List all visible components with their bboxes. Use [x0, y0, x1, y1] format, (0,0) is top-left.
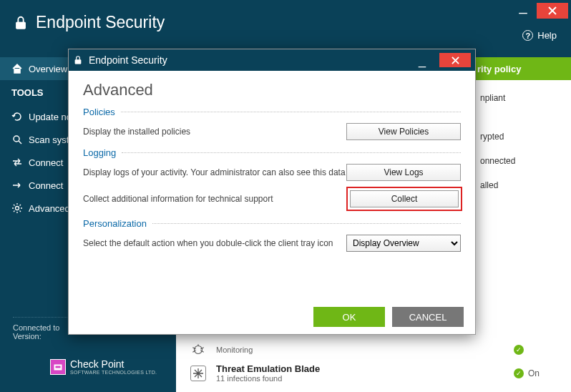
snowflake-icon [190, 366, 206, 381]
view-logs-button[interactable]: View Logs [346, 164, 461, 181]
sidebar-item-connect2[interactable]: Connect [0, 174, 79, 197]
minimize-button[interactable]: _ [514, 3, 532, 16]
right-item: rypted [474, 124, 571, 149]
svg-point-1 [14, 136, 19, 142]
arrow-icon [11, 180, 23, 191]
svg-rect-0 [16, 22, 26, 29]
collect-label: Collect additional information for techn… [83, 194, 346, 204]
lock-icon [73, 55, 83, 65]
ok-button[interactable]: OK [313, 307, 385, 327]
blade-row: Threat Emulation Blade 11 infections fou… [190, 361, 557, 386]
right-item: onnected [474, 149, 571, 173]
sidebar-item-label: Advanced [29, 203, 70, 214]
logo-line1: Check Point [70, 358, 157, 370]
search-icon [11, 134, 23, 145]
collect-button[interactable]: Collect [350, 190, 459, 207]
sidebar-item-overview[interactable]: Overview [0, 57, 79, 80]
sidebar-item-connect1[interactable]: Connect [0, 151, 79, 174]
svg-rect-6 [75, 59, 81, 64]
right-item [474, 110, 571, 124]
status-ok-icon [514, 345, 524, 355]
bug-icon [190, 342, 206, 358]
right-panel: rity policy npliant rypted onnected alle… [474, 57, 571, 335]
dialog-title: Endpoint Security [89, 54, 408, 66]
logo-icon [50, 359, 66, 375]
sidebar-item-scan[interactable]: Scan system [0, 128, 79, 151]
lock-icon [13, 15, 29, 31]
blades-strip: Monitoring Threat Emulation Blade 11 inf… [176, 335, 571, 392]
sidebar-item-label: Overview [29, 64, 67, 74]
dialog-close-button[interactable] [439, 53, 471, 67]
svg-point-5 [195, 346, 202, 354]
gear-icon [11, 202, 23, 214]
right-panel-header: rity policy [474, 57, 571, 80]
refresh-icon [11, 111, 23, 122]
policies-label: Display the installed policies [83, 127, 346, 137]
arrows-icon [11, 157, 23, 168]
view-logs-label: Display logs of your activity. Your admi… [83, 167, 346, 177]
section-logging: Logging [83, 147, 461, 158]
logo-line2: SOFTWARE TECHNOLOGIES LTD. [70, 370, 157, 375]
sidebar-item-label: Connect [29, 180, 63, 191]
svg-rect-4 [55, 366, 61, 368]
svg-point-2 [16, 207, 19, 210]
help-label: Help [537, 30, 557, 41]
checkpoint-logo: Check Point SOFTWARE TECHNOLOGIES LTD. [50, 358, 157, 375]
blade-sub: Monitoring [216, 346, 504, 354]
collect-highlight: Collect [346, 187, 462, 211]
section-policies: Policies [83, 107, 461, 117]
dialog-heading: Advanced [83, 81, 461, 99]
dialog-minimize-button[interactable]: _ [414, 58, 431, 62]
close-icon [548, 6, 557, 15]
app-header: Endpoint Security [13, 13, 165, 32]
sidebar-item-update[interactable]: Update now [0, 105, 79, 128]
blade-row: Monitoring [190, 339, 557, 361]
status-ok-icon [514, 368, 524, 378]
app-title: Endpoint Security [36, 13, 165, 32]
advanced-dialog: Endpoint Security _ Advanced Policies Di… [68, 49, 476, 335]
view-policies-button[interactable]: View Policies [346, 123, 461, 140]
sidebar-item-label: Connect [29, 157, 63, 168]
help-link[interactable]: ? Help [522, 30, 557, 41]
tray-action-select[interactable]: Display Overview [346, 235, 461, 252]
sidebar-heading-tools: TOOLS [0, 80, 79, 105]
blade-name: Threat Emulation Blade [216, 363, 504, 374]
dialog-titlebar: Endpoint Security _ [69, 49, 475, 71]
sidebar-item-advanced[interactable]: Advanced [0, 197, 79, 220]
blade-sub: 11 infections found [216, 374, 504, 383]
tray-action-label: Select the default action when you dobul… [83, 238, 346, 248]
cancel-button[interactable]: CANCEL [392, 307, 464, 327]
home-icon [11, 63, 23, 74]
right-item: npliant [474, 86, 571, 110]
right-item: alled [474, 173, 571, 197]
section-personalization: Personalization [83, 218, 461, 229]
blade-status: On [528, 368, 540, 378]
close-icon [452, 57, 459, 64]
help-icon: ? [522, 30, 533, 41]
close-button[interactable] [537, 3, 568, 19]
sidebar: Overview TOOLS Update now Scan system Co… [0, 57, 79, 220]
